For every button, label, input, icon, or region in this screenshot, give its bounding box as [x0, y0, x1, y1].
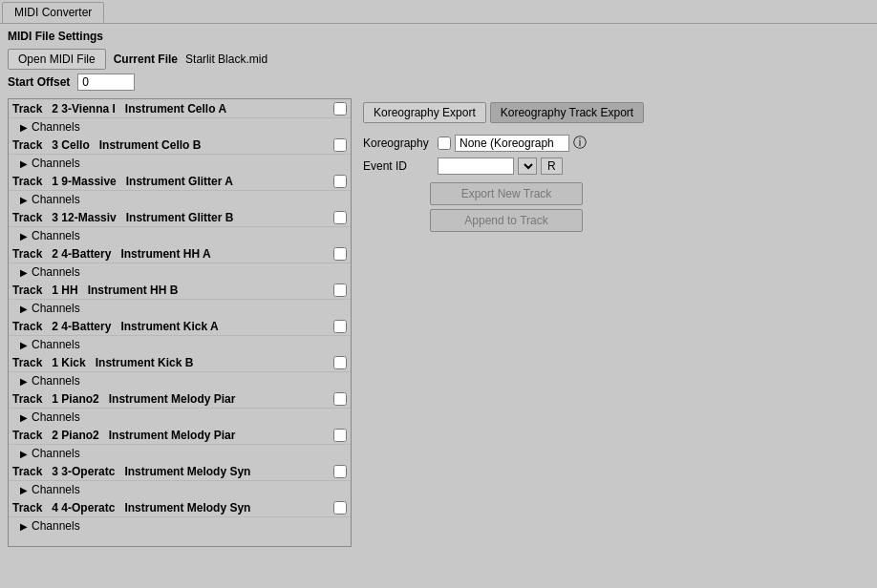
expand-arrow-icon: ▶ — [20, 158, 28, 169]
koreography-track-export-button[interactable]: Koreography Track Export — [490, 102, 644, 123]
channels-label: Channels — [32, 374, 80, 388]
track-label: Track 1 Kick Instrument Kick B — [12, 356, 330, 369]
channels-row[interactable]: ▶Channels — [9, 155, 351, 172]
koreo-panel: Koreography Export Koreography Track Exp… — [359, 98, 869, 547]
channels-row[interactable]: ▶Channels — [9, 372, 351, 389]
track-row: Track 3 12-Massiv Instrument Glitter B — [9, 208, 351, 227]
track-select-checkbox[interactable] — [333, 138, 347, 152]
channels-row[interactable]: ▶Channels — [9, 409, 351, 426]
track-list-panel[interactable]: Track 2 3-Vienna I Instrument Cello A▶Ch… — [8, 98, 352, 547]
expand-arrow-icon: ▶ — [20, 449, 28, 459]
tab-midi-converter[interactable]: MIDI Converter — [2, 2, 104, 23]
channels-label: Channels — [32, 447, 80, 460]
current-file-value: Starlit Black.mid — [185, 52, 267, 66]
koreo-none-field: ⓘ — [438, 135, 587, 152]
track-select-checkbox[interactable] — [333, 284, 347, 297]
expand-arrow-icon: ▶ — [20, 340, 28, 350]
export-new-track-button[interactable]: Export New Track — [430, 182, 583, 205]
channels-row[interactable]: ▶Channels — [9, 517, 351, 535]
expand-arrow-icon: ▶ — [20, 231, 28, 242]
track-row: Track 1 Kick Instrument Kick B — [9, 353, 351, 372]
channels-label: Channels — [32, 157, 80, 170]
track-select-checkbox[interactable] — [333, 320, 347, 333]
channels-label: Channels — [32, 193, 80, 206]
koreo-checkbox[interactable] — [438, 136, 451, 150]
event-id-input[interactable] — [438, 158, 514, 175]
event-id-dropdown[interactable]: ▼ — [518, 158, 537, 175]
track-label: Track 1 9-Massive Instrument Glitter A — [12, 175, 330, 188]
track-label: Track 1 HH Instrument HH B — [12, 284, 330, 297]
track-row: Track 1 9-Massive Instrument Glitter A — [9, 172, 351, 191]
channels-row[interactable]: ▶Channels — [9, 300, 351, 317]
tab-label: MIDI Converter — [14, 6, 92, 19]
track-row: Track 3 3-Operatc Instrument Melody Syn — [9, 462, 351, 481]
track-label: Track 2 3-Vienna I Instrument Cello A — [12, 102, 330, 116]
track-label: Track 3 12-Massiv Instrument Glitter B — [12, 211, 330, 224]
channels-row[interactable]: ▶Channels — [9, 336, 351, 353]
panels: Track 2 3-Vienna I Instrument Cello A▶Ch… — [8, 98, 869, 547]
koreo-field-row: Koreography ⓘ — [363, 135, 866, 152]
track-label: Track 2 4-Battery Instrument HH A — [12, 247, 330, 261]
track-select-checkbox[interactable] — [333, 102, 347, 116]
channels-label: Channels — [32, 483, 80, 496]
track-label: Track 3 Cello Instrument Cello B — [12, 138, 330, 152]
channels-row[interactable]: ▶Channels — [9, 118, 351, 136]
track-row: Track 4 4-Operatc Instrument Melody Syn — [9, 498, 351, 517]
channels-row[interactable]: ▶Channels — [9, 445, 351, 462]
expand-arrow-icon: ▶ — [20, 267, 28, 278]
tab-bar: MIDI Converter — [0, 0, 877, 24]
start-offset-input[interactable] — [77, 74, 135, 91]
koreography-export-button[interactable]: Koreography Export — [363, 102, 486, 123]
current-file-label: Current File — [114, 52, 178, 66]
track-row: Track 2 3-Vienna I Instrument Cello A — [9, 99, 351, 118]
track-select-checkbox[interactable] — [333, 211, 347, 224]
channels-row[interactable]: ▶Channels — [9, 263, 351, 281]
track-row: Track 2 4-Battery Instrument HH A — [9, 244, 351, 263]
expand-arrow-icon: ▶ — [20, 304, 28, 314]
koreo-none-input[interactable] — [455, 135, 569, 152]
channels-label: Channels — [32, 120, 80, 134]
settings-row-2: Start Offset — [8, 74, 869, 91]
track-select-checkbox[interactable] — [333, 175, 347, 188]
track-select-checkbox[interactable] — [333, 247, 347, 261]
koreo-info-icon: ⓘ — [573, 135, 587, 152]
channels-row[interactable]: ▶Channels — [9, 191, 351, 208]
track-label: Track 2 4-Battery Instrument Kick A — [12, 320, 330, 333]
track-select-checkbox[interactable] — [333, 392, 347, 406]
channels-label: Channels — [32, 265, 80, 279]
open-midi-button[interactable]: Open MIDI File — [8, 49, 106, 70]
track-label: Track 2 Piano2 Instrument Melody Piar — [12, 429, 330, 442]
settings-row-1: Open MIDI File Current File Starlit Blac… — [8, 49, 869, 70]
append-to-track-button[interactable]: Append to Track — [430, 209, 583, 232]
r-button[interactable]: R — [541, 158, 563, 175]
koreo-label: Koreography — [363, 136, 430, 150]
channels-label: Channels — [32, 302, 80, 315]
expand-arrow-icon: ▶ — [20, 521, 28, 532]
expand-arrow-icon: ▶ — [20, 412, 28, 423]
event-id-row: Event ID ▼ R — [363, 158, 866, 175]
track-row: Track 1 Piano2 Instrument Melody Piar — [9, 389, 351, 409]
track-label: Track 4 4-Operatc Instrument Melody Syn — [12, 501, 330, 514]
koreo-buttons: Koreography Export Koreography Track Exp… — [363, 102, 866, 123]
track-row: Track 1 HH Instrument HH B — [9, 281, 351, 300]
export-buttons: Export New Track Append to Track — [363, 182, 866, 232]
track-select-checkbox[interactable] — [333, 501, 347, 514]
track-label: Track 3 3-Operatc Instrument Melody Syn — [12, 465, 330, 478]
channels-label: Channels — [32, 229, 80, 242]
track-select-checkbox[interactable] — [333, 465, 347, 478]
track-select-checkbox[interactable] — [333, 356, 347, 369]
track-row: Track 2 Piano2 Instrument Melody Piar — [9, 426, 351, 445]
expand-arrow-icon: ▶ — [20, 195, 28, 205]
expand-arrow-icon: ▶ — [20, 376, 28, 387]
event-id-field: ▼ R — [438, 158, 563, 175]
track-select-checkbox[interactable] — [333, 429, 347, 442]
channels-label: Channels — [32, 519, 80, 533]
track-label: Track 1 Piano2 Instrument Melody Piar — [12, 392, 330, 406]
channels-label: Channels — [32, 410, 80, 424]
section-label: MIDI File Settings — [8, 30, 869, 43]
channels-row[interactable]: ▶Channels — [9, 227, 351, 244]
expand-arrow-icon: ▶ — [20, 122, 28, 133]
main-content: MIDI File Settings Open MIDI File Curren… — [0, 24, 877, 553]
event-id-label: Event ID — [363, 159, 430, 173]
channels-row[interactable]: ▶Channels — [9, 481, 351, 498]
